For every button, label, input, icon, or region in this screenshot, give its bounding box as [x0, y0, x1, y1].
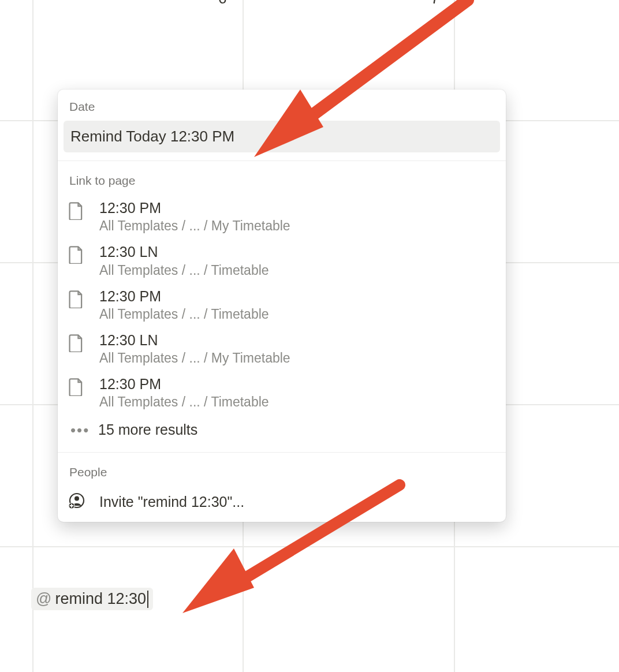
page-icon	[68, 378, 84, 398]
page-link-title: 12:30 PM	[99, 288, 495, 305]
page-link-path: All Templates / ... / Timetable	[99, 263, 495, 278]
more-results-label: 15 more results	[98, 421, 197, 438]
page-link-item[interactable]: 12:30 LN All Templates / ... / My Timeta…	[58, 327, 506, 371]
page-link-title: 12:30 PM	[99, 375, 495, 393]
date-suggestion-text: Remind Today 12:30 PM	[70, 128, 234, 145]
page-link-path: All Templates / ... / Timetable	[99, 307, 495, 322]
mention-popup: Date Remind Today 12:30 PM Link to page …	[58, 89, 506, 522]
text-caret	[147, 591, 148, 608]
page-link-item[interactable]: 12:30 PM All Templates / ... / Timetable	[58, 371, 506, 415]
page-link-path: All Templates / ... / My Timetable	[99, 350, 495, 366]
svg-point-1	[74, 496, 79, 501]
page-link-path: All Templates / ... / My Timetable	[99, 218, 495, 234]
ellipsis-icon: •••	[70, 423, 98, 438]
at-symbol: @	[36, 590, 51, 608]
section-header-date: Date	[58, 89, 506, 121]
page-link-title: 12:30 PM	[99, 199, 495, 217]
page-link-item[interactable]: 12:30 PM All Templates / ... / Timetable	[58, 283, 506, 327]
invite-person-item[interactable]: Invite "remind 12:30"...	[58, 486, 506, 522]
date-suggestion-item[interactable]: Remind Today 12:30 PM	[64, 121, 500, 152]
page-icon	[68, 201, 84, 222]
calendar-day-number: 6	[218, 0, 226, 8]
section-header-link: Link to page	[58, 161, 506, 195]
page-link-title: 12:30 LN	[99, 331, 495, 349]
invite-person-label: Invite "remind 12:30"...	[99, 494, 244, 510]
page-link-item[interactable]: 12:30 LN All Templates / ... / Timetable	[58, 238, 506, 282]
mention-text: remind 12:30	[55, 590, 146, 608]
more-results[interactable]: ••• 15 more results	[58, 415, 506, 452]
page-icon	[68, 245, 84, 266]
section-header-people: People	[58, 453, 506, 486]
invite-person-icon	[68, 492, 85, 512]
page-icon	[68, 334, 84, 354]
page-link-item[interactable]: 12:30 PM All Templates / ... / My Timeta…	[58, 195, 506, 238]
mention-input-chip[interactable]: @ remind 12:30	[31, 588, 153, 610]
calendar-day-number: 7	[431, 0, 439, 8]
page-icon	[68, 290, 84, 311]
page-link-path: All Templates / ... / Timetable	[99, 394, 495, 410]
page-link-title: 12:30 LN	[99, 243, 495, 261]
